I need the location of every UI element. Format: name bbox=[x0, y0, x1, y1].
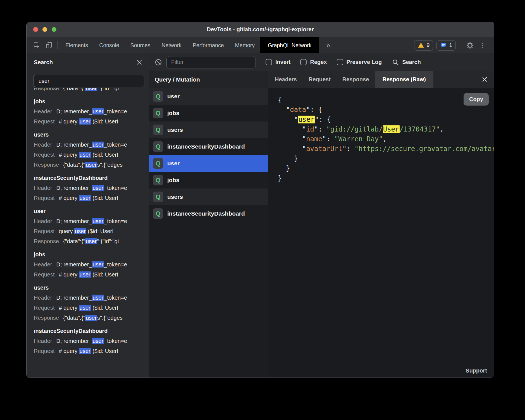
query-type-icon: Q bbox=[153, 125, 163, 135]
search-result-line[interactable]: Request# query user ($id: UserI bbox=[34, 348, 149, 354]
result-line-value: D; remember_user_token=e bbox=[56, 108, 127, 115]
query-list-item[interactable]: Quser bbox=[149, 88, 268, 105]
query-list-item[interactable]: Qusers bbox=[149, 121, 268, 138]
query-list-item[interactable]: QinstanceSecurityDashboard bbox=[149, 205, 268, 222]
issue-count: 1 bbox=[449, 42, 452, 48]
search-result-line[interactable]: HeaderD; remember_user_token=e bbox=[34, 338, 149, 344]
search-result-line[interactable]: HeaderD; remember_user_token=e bbox=[34, 261, 149, 268]
filter-input[interactable] bbox=[166, 56, 256, 68]
query-item-label: users bbox=[167, 194, 183, 200]
json-line: "avatarUrl": "https://secure.gravatar.co… bbox=[278, 144, 494, 154]
search-result-line[interactable]: Request# query user ($id: UserI bbox=[34, 195, 149, 201]
query-list-title: Query / Mutation bbox=[155, 76, 200, 83]
search-result-line[interactable]: Request# query user ($id: UserI bbox=[34, 305, 149, 311]
query-item-label: jobs bbox=[167, 177, 179, 183]
search-result-line[interactable]: HeaderD; remember_user_token=e bbox=[34, 142, 149, 148]
search-result-operation[interactable]: jobs bbox=[34, 251, 149, 258]
invert-label: Invert bbox=[275, 59, 290, 65]
result-line-label: Header bbox=[34, 218, 52, 225]
search-result-operation[interactable]: user bbox=[34, 208, 149, 214]
query-item-label: jobs bbox=[167, 110, 179, 116]
invert-checkbox-box[interactable] bbox=[266, 59, 272, 65]
tabbar-spacer bbox=[337, 37, 411, 53]
result-line-label: Request bbox=[34, 348, 55, 354]
warnings-badge[interactable]: 9 bbox=[414, 40, 433, 51]
zoom-window-button[interactable] bbox=[52, 27, 56, 32]
regex-checkbox-box[interactable] bbox=[300, 59, 307, 65]
result-line-value: D; remember_user_token=e bbox=[56, 295, 127, 301]
search-match-highlight: user bbox=[79, 152, 91, 158]
search-result-operation[interactable]: users bbox=[34, 285, 149, 291]
tab-console[interactable]: Console bbox=[94, 37, 125, 53]
settings-gear-icon[interactable] bbox=[464, 37, 476, 53]
search-result-line[interactable]: Response{"data":{"users":{"edges bbox=[34, 162, 149, 168]
close-detail-icon[interactable] bbox=[481, 71, 488, 88]
query-list-item[interactable]: Qjobs bbox=[149, 105, 268, 121]
support-link[interactable]: Support bbox=[466, 367, 487, 374]
regex-checkbox[interactable]: Regex bbox=[300, 59, 327, 65]
result-line-value: query user ($id: UserI bbox=[59, 228, 114, 235]
search-result-line[interactable]: HeaderD; remember_user_token=e bbox=[34, 108, 149, 115]
copy-button[interactable]: Copy bbox=[464, 93, 489, 106]
json-line: "id": "gid://gitlab/User/13704317", bbox=[278, 125, 494, 134]
query-list-item[interactable]: Qusers bbox=[149, 188, 268, 205]
query-list-item-selected[interactable]: Quser bbox=[149, 155, 268, 172]
detail-tab-headers[interactable]: Headers bbox=[269, 71, 303, 88]
search-result-line[interactable]: Requestquery user ($id: UserI bbox=[34, 228, 149, 235]
search-result-line[interactable]: Request# query user ($id: UserI bbox=[34, 152, 149, 158]
tab-sources[interactable]: Sources bbox=[125, 37, 156, 53]
tab-elements[interactable]: Elements bbox=[60, 37, 94, 53]
result-line-value: D; remember_user_token=e bbox=[56, 185, 127, 191]
query-type-icon: Q bbox=[153, 208, 163, 219]
query-type-icon: Q bbox=[153, 158, 163, 169]
clear-log-icon[interactable] bbox=[154, 58, 163, 66]
search-match-highlight: user bbox=[92, 108, 104, 114]
query-list-item[interactable]: Qjobs bbox=[149, 172, 268, 188]
search-result-line[interactable]: Response{"data":{"user":{"id":"gi bbox=[34, 238, 149, 245]
result-line-value: D; remember_user_token=e bbox=[56, 338, 127, 344]
close-search-icon[interactable] bbox=[136, 59, 143, 66]
search-result-line[interactable]: Response{"data":{"user":{"id":"gi bbox=[34, 88, 149, 92]
preserve-log-checkbox-box[interactable] bbox=[337, 59, 343, 65]
result-line-label: Request bbox=[34, 228, 55, 235]
search-input[interactable] bbox=[33, 75, 144, 87]
tab-network[interactable]: Network bbox=[156, 37, 187, 53]
search-control[interactable]: Search bbox=[392, 59, 421, 66]
more-tabs-chevron[interactable]: » bbox=[319, 37, 337, 53]
search-match-highlight: user bbox=[79, 271, 91, 278]
query-item-label: instanceSecurityDashboard bbox=[167, 143, 245, 150]
invert-checkbox[interactable]: Invert bbox=[266, 59, 290, 65]
issues-badge[interactable]: 1 bbox=[436, 40, 456, 51]
window-controls bbox=[33, 22, 56, 37]
result-line-value: {"data":{"users":{"edges bbox=[63, 162, 123, 168]
search-result-operation[interactable]: instanceSecurityDashboard bbox=[34, 328, 149, 334]
search-result-line[interactable]: HeaderD; remember_user_token=e bbox=[34, 185, 149, 191]
search-result-operation[interactable]: instanceSecurityDashboard bbox=[34, 175, 149, 181]
result-line-label: Response bbox=[34, 88, 59, 92]
preserve-log-checkbox[interactable]: Preserve Log bbox=[337, 59, 382, 65]
device-toolbar-icon[interactable] bbox=[43, 37, 55, 53]
search-result-line[interactable]: HeaderD; remember_user_token=e bbox=[34, 295, 149, 301]
devtools-window: DevTools - gitlab.com/-/graphql-explorer… bbox=[26, 22, 494, 378]
search-result-operation[interactable]: users bbox=[34, 132, 149, 138]
search-result-operation[interactable]: jobs bbox=[34, 98, 149, 105]
search-match-highlight: user bbox=[92, 338, 104, 344]
minimize-window-button[interactable] bbox=[42, 27, 47, 32]
search-result-line[interactable]: Response{"data":{"users":{"edges bbox=[34, 315, 149, 321]
detail-tab-response-raw[interactable]: Response (Raw) bbox=[375, 71, 433, 88]
search-match-highlight: user bbox=[92, 261, 104, 268]
kebab-menu-icon[interactable] bbox=[476, 37, 488, 53]
tab-memory[interactable]: Memory bbox=[230, 37, 260, 53]
search-result-line[interactable]: Request# query user ($id: UserI bbox=[34, 271, 149, 278]
search-result-line[interactable]: HeaderD; remember_user_token=e bbox=[34, 218, 149, 225]
detail-tab-request[interactable]: Request bbox=[303, 71, 337, 88]
json-line: "data": { bbox=[278, 105, 494, 115]
tab-performance[interactable]: Performance bbox=[187, 37, 230, 53]
search-result-line[interactable]: Request# query user ($id: UserI bbox=[34, 118, 149, 125]
inspect-element-icon[interactable] bbox=[30, 37, 43, 53]
tab-graphql-network[interactable]: GraphQL Network bbox=[260, 37, 319, 53]
close-window-button[interactable] bbox=[33, 27, 38, 32]
detail-tab-response[interactable]: Response bbox=[337, 71, 375, 88]
json-line: "name": "Warren Day", bbox=[278, 134, 494, 144]
query-list-item[interactable]: QinstanceSecurityDashboard bbox=[149, 138, 268, 155]
